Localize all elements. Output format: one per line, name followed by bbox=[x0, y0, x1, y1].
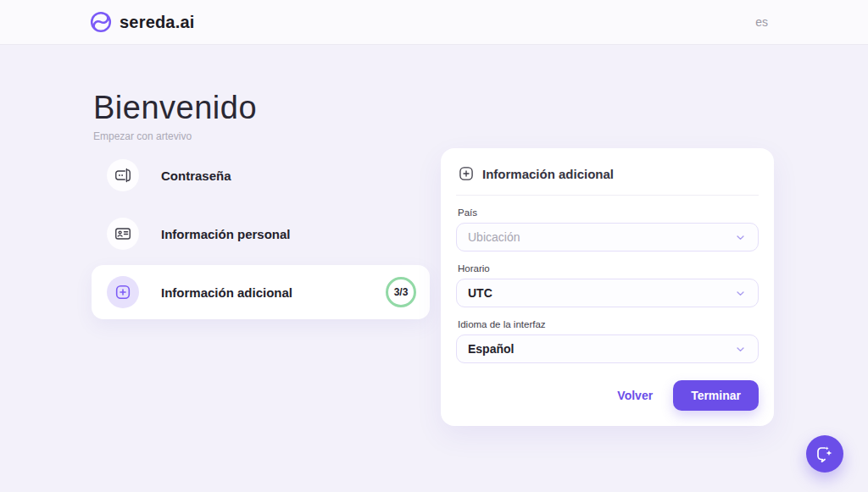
back-button[interactable]: Volver bbox=[617, 389, 653, 402]
plus-square-icon bbox=[458, 165, 475, 182]
password-input-icon bbox=[107, 159, 139, 191]
chat-sparkles-icon bbox=[815, 444, 835, 464]
timezone-select[interactable]: UTC bbox=[456, 279, 759, 307]
divider bbox=[456, 195, 759, 196]
plus-square-icon bbox=[107, 276, 139, 308]
panel-header: Información adicional bbox=[456, 162, 759, 182]
timezone-label: Horario bbox=[456, 263, 759, 274]
chevron-down-icon bbox=[734, 231, 747, 244]
hero: Bienvenido Empezar con artevivo bbox=[0, 45, 868, 142]
step-password[interactable]: Contraseña bbox=[92, 148, 430, 202]
steps-list: Contraseña Información personal bbox=[92, 148, 430, 323]
interface-language-label: Idioma de la interfaz bbox=[456, 319, 759, 329]
top-bar: sereda.ai es bbox=[0, 0, 868, 45]
language-switcher[interactable]: es bbox=[755, 15, 768, 29]
country-select[interactable]: Ubicación bbox=[456, 223, 759, 252]
brand-name: sereda.ai bbox=[120, 13, 195, 32]
country-label: País bbox=[456, 207, 759, 218]
step-label: Información personal bbox=[161, 227, 291, 241]
step-label: Información adicional bbox=[161, 285, 292, 300]
country-select-value: Ubicación bbox=[468, 230, 520, 244]
interface-language-select[interactable]: Español bbox=[456, 334, 759, 363]
sereda-logo-icon bbox=[90, 11, 112, 33]
panel-actions: Volver Terminar bbox=[456, 380, 759, 411]
onboarding-columns: Contraseña Información personal bbox=[0, 148, 868, 426]
panel-title: Información adicional bbox=[482, 167, 614, 181]
finish-button[interactable]: Terminar bbox=[673, 380, 759, 411]
step-label: Contraseña bbox=[161, 169, 231, 183]
interface-language-select-value: Español bbox=[468, 342, 514, 356]
page-title: Bienvenido bbox=[93, 90, 868, 126]
step-progress-badge: 3/3 bbox=[386, 277, 416, 307]
chevron-down-icon bbox=[734, 287, 747, 300]
page-subtitle: Empezar con artevivo bbox=[93, 130, 868, 142]
additional-info-panel: Información adicional País Ubicación Hor… bbox=[441, 148, 774, 426]
timezone-select-value: UTC bbox=[468, 286, 492, 300]
step-additional-info[interactable]: Información adicional 3/3 bbox=[92, 265, 430, 319]
main-content: Bienvenido Empezar con artevivo Contrase… bbox=[0, 45, 868, 492]
chevron-down-icon bbox=[734, 343, 747, 356]
brand-logo[interactable]: sereda.ai bbox=[90, 11, 195, 33]
assistant-fab-button[interactable] bbox=[806, 435, 843, 473]
id-card-icon bbox=[107, 218, 139, 250]
step-personal-info[interactable]: Información personal bbox=[92, 207, 430, 261]
